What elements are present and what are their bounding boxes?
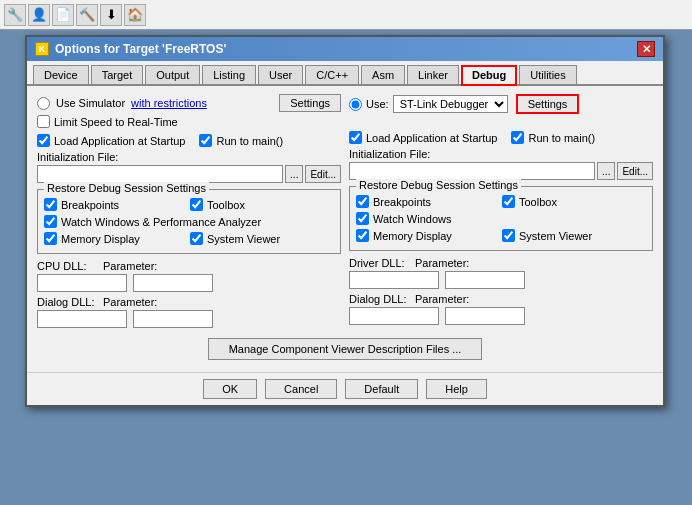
driver-dll-input-right[interactable]: SARMCM3.DLL: [349, 271, 439, 289]
tab-listing[interactable]: Listing: [202, 65, 256, 84]
cancel-button[interactable]: Cancel: [265, 379, 337, 399]
driver-dll-section-right: Driver DLL: Parameter: SARMCM3.DLL: [349, 257, 653, 289]
init-file-input-left[interactable]: [37, 165, 283, 183]
tab-target[interactable]: Target: [91, 65, 144, 84]
dialog-body: Use Simulator with restrictions Settings…: [27, 86, 663, 372]
watch-windows-checkbox-right[interactable]: [356, 212, 369, 225]
dialog-dll-row-left: Dialog DLL: Parameter:: [37, 296, 341, 308]
init-edit-btn-left[interactable]: Edit...: [305, 165, 341, 183]
run-to-main-checkbox-left[interactable]: [199, 134, 212, 147]
cpu-dll-section-left: CPU DLL: Parameter: SARMCM3.DLL -REMAP: [37, 260, 341, 292]
run-to-main-checkbox-right[interactable]: [511, 131, 524, 144]
use-settings-button[interactable]: Settings: [516, 94, 580, 114]
system-viewer-row-left: System Viewer: [190, 232, 334, 245]
toolbar-btn-2[interactable]: 👤: [28, 4, 50, 26]
dialog-footer: OK Cancel Default Help: [27, 372, 663, 405]
manage-btn-row: Manage Component Viewer Description File…: [37, 338, 653, 360]
toolbar-btn-5[interactable]: ⬇: [100, 4, 122, 26]
watch-windows-label-right: Watch Windows: [373, 213, 451, 225]
breakpoints-checkbox-right[interactable]: [356, 195, 369, 208]
tab-cpp[interactable]: C/C++: [305, 65, 359, 84]
close-button[interactable]: ✕: [637, 41, 655, 57]
tab-user[interactable]: User: [258, 65, 303, 84]
toolbox-label-left: Toolbox: [207, 199, 245, 211]
ok-button[interactable]: OK: [203, 379, 257, 399]
dialog-dll-param-label-left: Parameter:: [103, 296, 163, 308]
memory-display-checkbox-right[interactable]: [356, 229, 369, 242]
load-app-row-left: Load Application at Startup Run to main(…: [37, 134, 341, 147]
breakpoints-row-left: Breakpoints: [44, 198, 188, 211]
two-col-layout: Use Simulator with restrictions Settings…: [37, 94, 653, 332]
dialog-dll-input-right[interactable]: TCM.DLL: [349, 307, 439, 325]
system-viewer-checkbox-left[interactable]: [190, 232, 203, 245]
restore-checks-right: Breakpoints Toolbox Watch Windows: [356, 195, 646, 244]
breakpoints-label-right: Breakpoints: [373, 196, 431, 208]
help-button[interactable]: Help: [426, 379, 487, 399]
memory-display-checkbox-left[interactable]: [44, 232, 57, 245]
use-radio-row: Use: ST-Link Debugger Settings: [349, 94, 653, 114]
watch-windows-checkbox-left[interactable]: [44, 215, 57, 228]
debugger-select[interactable]: ST-Link Debugger: [393, 95, 508, 113]
dialog-dll-param-input-right[interactable]: -pCM3: [445, 307, 525, 325]
init-browse-btn-left[interactable]: ...: [285, 165, 303, 183]
tab-debug[interactable]: Debug: [461, 65, 517, 86]
dialog: K Options for Target 'FreeRTOS' ✕ Device…: [25, 35, 665, 407]
init-file-input-right[interactable]: [349, 162, 595, 180]
watch-windows-row-left: Watch Windows & Performance Analyzer: [44, 215, 334, 228]
dialog-dll-inputs-left: DCM.DLL -pCM3: [37, 310, 341, 328]
toolbox-checkbox-right[interactable]: [502, 195, 515, 208]
system-viewer-checkbox-right[interactable]: [502, 229, 515, 242]
manage-component-button[interactable]: Manage Component Viewer Description File…: [208, 338, 483, 360]
simulator-settings-button[interactable]: Settings: [279, 94, 341, 112]
right-column: Use: ST-Link Debugger Settings Load Appl…: [349, 94, 653, 332]
default-button[interactable]: Default: [345, 379, 418, 399]
restrictions-link[interactable]: with restrictions: [131, 97, 207, 109]
cpu-dll-param-label-left: Parameter:: [103, 260, 163, 272]
limit-speed-checkbox[interactable]: [37, 115, 50, 128]
init-file-label-right: Initialization File:: [349, 148, 653, 160]
toolbar-btn-6[interactable]: 🏠: [124, 4, 146, 26]
load-app-checkbox-right[interactable]: [349, 131, 362, 144]
limit-speed-label: Limit Speed to Real-Time: [54, 116, 178, 128]
toolbox-checkbox-left[interactable]: [190, 198, 203, 211]
simulator-radio[interactable]: [37, 97, 50, 110]
dialog-dll-param-input-left[interactable]: -pCM3: [133, 310, 213, 328]
simulator-label[interactable]: Use Simulator: [56, 97, 125, 109]
limit-speed-row: Limit Speed to Real-Time: [37, 115, 341, 128]
dialog-dll-row-right: Dialog DLL: Parameter:: [349, 293, 653, 305]
tab-output[interactable]: Output: [145, 65, 200, 84]
driver-dll-param-input-right[interactable]: [445, 271, 525, 289]
dialog-dll-section-left: Dialog DLL: Parameter: DCM.DLL -pCM3: [37, 296, 341, 328]
tab-device[interactable]: Device: [33, 65, 89, 84]
toolbar-btn-1[interactable]: 🔧: [4, 4, 26, 26]
breakpoints-checkbox-left[interactable]: [44, 198, 57, 211]
toolbox-row-right: Toolbox: [502, 195, 646, 208]
run-to-main-label-right: Run to main(): [528, 132, 595, 144]
cpu-dll-inputs-left: SARMCM3.DLL -REMAP: [37, 274, 341, 292]
cpu-dll-row-left: CPU DLL: Parameter:: [37, 260, 341, 272]
tab-asm[interactable]: Asm: [361, 65, 405, 84]
restore-group-title-right: Restore Debug Session Settings: [356, 179, 521, 191]
tab-utilities[interactable]: Utilities: [519, 65, 576, 84]
run-to-main-label-left: Run to main(): [216, 135, 283, 147]
left-column: Use Simulator with restrictions Settings…: [37, 94, 341, 332]
dialog-dll-param-label-right: Parameter:: [415, 293, 475, 305]
toolbar-btn-3[interactable]: 📄: [52, 4, 74, 26]
toolbar-btn-4[interactable]: 🔨: [76, 4, 98, 26]
load-app-checkbox-left[interactable]: [37, 134, 50, 147]
tab-linker[interactable]: Linker: [407, 65, 459, 84]
cpu-dll-label-left: CPU DLL:: [37, 260, 97, 272]
driver-dll-label-right: Driver DLL:: [349, 257, 409, 269]
dialog-dll-label-right: Dialog DLL:: [349, 293, 409, 305]
cpu-dll-param-input-left[interactable]: -REMAP: [133, 274, 213, 292]
restore-group-right: Restore Debug Session Settings Breakpoin…: [349, 186, 653, 251]
init-edit-btn-right[interactable]: Edit...: [617, 162, 653, 180]
dialog-dll-input-left[interactable]: DCM.DLL: [37, 310, 127, 328]
toolbox-label-right: Toolbox: [519, 196, 557, 208]
cpu-dll-input-left[interactable]: SARMCM3.DLL: [37, 274, 127, 292]
use-radio[interactable]: [349, 98, 362, 111]
load-app-row-right: Load Application at Startup Run to main(…: [349, 131, 653, 144]
system-viewer-row-right: System Viewer: [502, 229, 646, 242]
init-browse-btn-right[interactable]: ...: [597, 162, 615, 180]
restore-checks-left: Breakpoints Toolbox Watch Windows & Perf…: [44, 198, 334, 247]
